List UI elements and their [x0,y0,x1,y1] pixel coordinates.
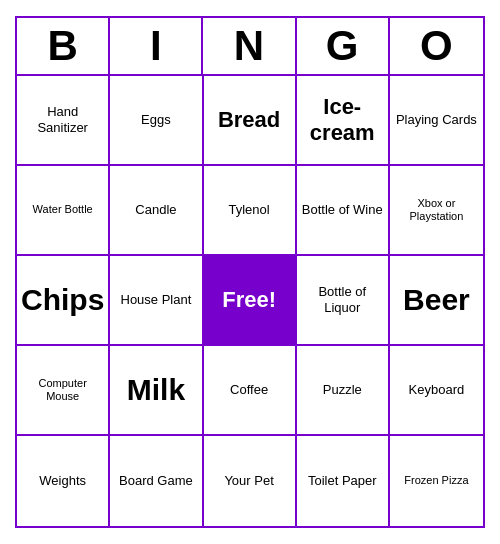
bingo-cell: Frozen Pizza [390,436,483,526]
bingo-cell: Milk [110,346,203,436]
bingo-grid: Hand SanitizerEggsBreadIce-creamPlaying … [17,76,483,526]
bingo-cell: Bottle of Liquor [297,256,390,346]
bingo-card: BINGO Hand SanitizerEggsBreadIce-creamPl… [15,16,485,528]
bingo-cell: Coffee [204,346,297,436]
header-letter: N [203,18,296,74]
bingo-cell: Weights [17,436,110,526]
bingo-cell: Eggs [110,76,203,166]
bingo-cell: Board Game [110,436,203,526]
bingo-cell: Playing Cards [390,76,483,166]
bingo-cell: Your Pet [204,436,297,526]
bingo-cell: Beer [390,256,483,346]
bingo-cell: House Plant [110,256,203,346]
bingo-cell: Hand Sanitizer [17,76,110,166]
header-letter: G [297,18,390,74]
bingo-cell: Puzzle [297,346,390,436]
bingo-cell: Chips [17,256,110,346]
bingo-cell: Water Bottle [17,166,110,256]
bingo-cell: Toilet Paper [297,436,390,526]
bingo-cell: Bread [204,76,297,166]
header-letter: O [390,18,483,74]
header-letter: I [110,18,203,74]
bingo-cell: Candle [110,166,203,256]
bingo-cell: Ice-cream [297,76,390,166]
bingo-cell: Free! [204,256,297,346]
bingo-header: BINGO [17,18,483,76]
bingo-cell: Keyboard [390,346,483,436]
bingo-cell: Computer Mouse [17,346,110,436]
bingo-cell: Tylenol [204,166,297,256]
header-letter: B [17,18,110,74]
bingo-cell: Bottle of Wine [297,166,390,256]
bingo-cell: Xbox or Playstation [390,166,483,256]
